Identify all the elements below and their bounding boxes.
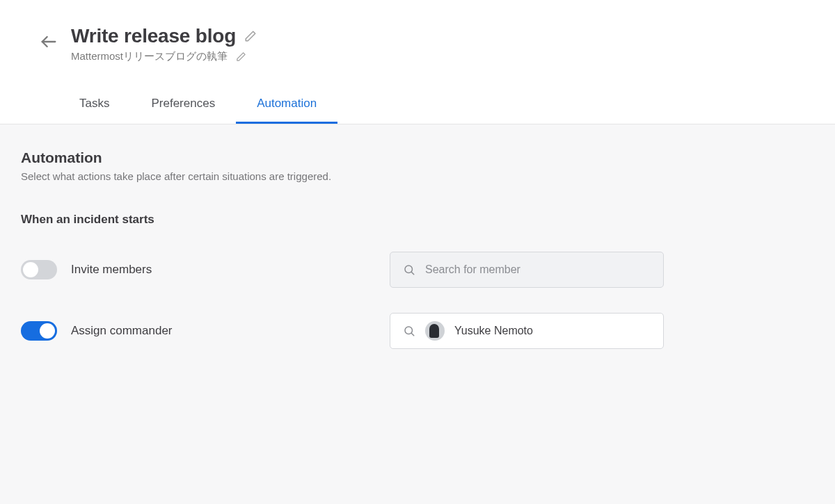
tabs: Tasks Preferences Automation xyxy=(0,87,835,124)
invite-members-placeholder: Search for member xyxy=(425,263,520,276)
commander-avatar xyxy=(425,321,445,341)
subtitle-row: Mattermostリリースブログの執筆 xyxy=(71,50,257,63)
page-subtitle: Mattermostリリースブログの執筆 xyxy=(71,50,228,63)
svg-line-4 xyxy=(411,333,413,335)
invite-members-toggle[interactable] xyxy=(21,260,57,279)
title-row: Write release blog xyxy=(71,25,257,47)
automation-panel: Automation Select what actions take plac… xyxy=(0,124,835,504)
search-icon xyxy=(403,263,415,276)
edit-title-icon[interactable] xyxy=(244,30,257,42)
invite-members-search[interactable]: Search for member xyxy=(390,252,664,288)
svg-point-1 xyxy=(405,266,413,273)
assign-commander-label: Assign commander xyxy=(71,324,173,338)
tab-preferences[interactable]: Preferences xyxy=(130,87,236,124)
commander-name: Yusuke Nemoto xyxy=(454,325,533,337)
svg-line-2 xyxy=(411,272,413,274)
search-icon xyxy=(403,325,415,337)
tab-tasks[interactable]: Tasks xyxy=(58,87,130,124)
toggle-knob xyxy=(40,323,55,339)
title-block: Write release blog Mattermostリリースブログの執筆 xyxy=(71,25,257,63)
panel-description: Select what actions take place after cer… xyxy=(21,170,814,182)
toggle-knob xyxy=(23,262,38,277)
tab-automation[interactable]: Automation xyxy=(236,87,337,124)
setting-invite-members: Invite members Search for member xyxy=(21,252,814,288)
svg-point-3 xyxy=(405,327,413,334)
assign-commander-select[interactable]: Yusuke Nemoto xyxy=(390,313,664,349)
section-heading-incident-starts: When an incident starts xyxy=(21,213,814,227)
edit-subtitle-icon[interactable] xyxy=(236,51,246,62)
assign-commander-toggle[interactable] xyxy=(21,321,57,341)
page-header: Write release blog Mattermostリリースブログの執筆 xyxy=(0,0,835,63)
back-arrow-icon[interactable] xyxy=(39,32,58,51)
setting-left: Assign commander xyxy=(21,321,390,341)
panel-title: Automation xyxy=(21,149,814,166)
page-title: Write release blog xyxy=(71,25,236,47)
setting-left: Invite members xyxy=(21,260,390,279)
setting-assign-commander: Assign commander Yusuke Nemoto xyxy=(21,313,814,349)
invite-members-label: Invite members xyxy=(71,263,152,277)
